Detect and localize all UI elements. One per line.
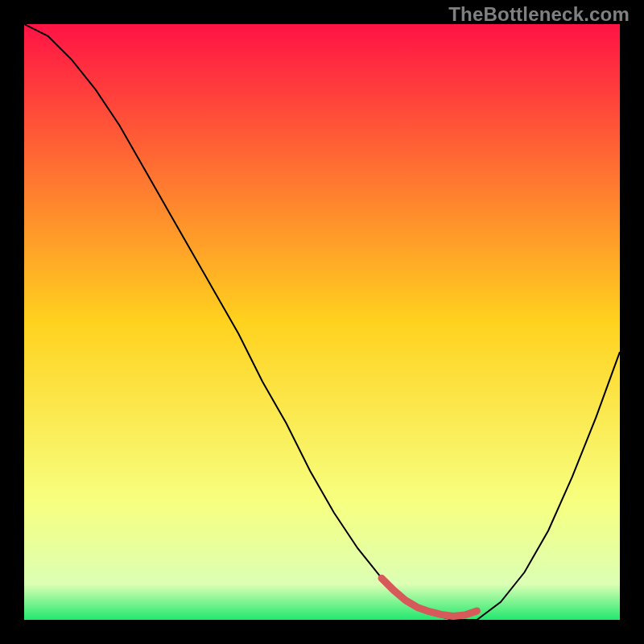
gradient-background bbox=[24, 24, 620, 620]
chart-svg bbox=[24, 24, 620, 620]
plot-area bbox=[24, 24, 620, 620]
chart-container: TheBottleneck.com bbox=[0, 0, 644, 644]
watermark-text: TheBottleneck.com bbox=[448, 3, 630, 26]
